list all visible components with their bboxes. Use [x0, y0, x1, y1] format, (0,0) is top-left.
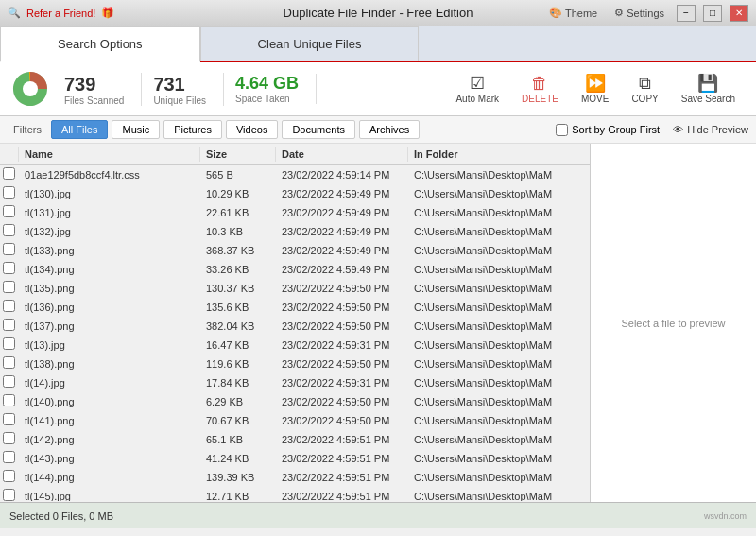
row-checkbox[interactable]: [0, 184, 19, 202]
row-checkbox[interactable]: [0, 392, 19, 410]
row-date: 23/02/2022 4:59:50 PM: [276, 413, 408, 428]
table-row[interactable]: tl(138).png 119.6 KB 23/02/2022 4:59:50 …: [0, 354, 590, 373]
table-row[interactable]: tl(141).png 70.67 KB 23/02/2022 4:59:50 …: [0, 411, 590, 430]
row-size: 33.26 KB: [200, 262, 276, 277]
filter-pictures[interactable]: Pictures: [163, 120, 222, 139]
auto-mark-button[interactable]: ☑ Auto Mark: [444, 71, 510, 108]
row-size: 65.1 KB: [200, 432, 276, 447]
row-date: 23/02/2022 4:59:49 PM: [276, 205, 408, 220]
content-area: Name Size Date In Folder 01ae129f5db8ccf…: [0, 144, 756, 502]
row-date: 23/02/2022 4:59:49 PM: [276, 186, 408, 201]
row-checkbox[interactable]: [0, 411, 19, 429]
hide-preview-button[interactable]: 👁 Hide Preview: [673, 124, 748, 135]
row-size: 368.37 KB: [200, 243, 276, 258]
row-checkbox[interactable]: [0, 222, 19, 240]
table-row[interactable]: tl(135).png 130.37 KB 23/02/2022 4:59:50…: [0, 279, 590, 298]
watermark: wsvdn.com: [704, 511, 747, 521]
files-scanned-stat: 739 Files Scanned: [60, 73, 142, 106]
row-date: 23/02/2022 4:59:50 PM: [276, 300, 408, 315]
minimize-button[interactable]: −: [677, 5, 696, 22]
table-row[interactable]: tl(14).jpg 17.84 KB 23/02/2022 4:59:31 P…: [0, 373, 590, 392]
row-checkbox[interactable]: [0, 373, 19, 391]
table-row[interactable]: tl(132).jpg 10.3 KB 23/02/2022 4:59:49 P…: [0, 222, 590, 241]
delete-icon: 🗑: [531, 75, 548, 92]
row-name: tl(145).jpg: [19, 489, 200, 502]
table-row[interactable]: tl(13).jpg 16.47 KB 23/02/2022 4:59:31 P…: [0, 336, 590, 354]
row-checkbox[interactable]: [0, 279, 19, 297]
save-search-button[interactable]: 💾 Save Search: [670, 71, 747, 108]
row-folder: C:\Users\Mansi\Desktop\MaM: [408, 186, 590, 201]
row-checkbox[interactable]: [0, 430, 19, 448]
table-row[interactable]: tl(130).jpg 10.29 KB 23/02/2022 4:59:49 …: [0, 184, 590, 203]
filter-music[interactable]: Music: [112, 120, 160, 139]
copy-icon: ⧉: [639, 75, 651, 92]
row-checkbox[interactable]: [0, 203, 19, 221]
preview-placeholder: Select a file to preview: [621, 318, 725, 329]
row-size: 12.71 KB: [200, 489, 276, 502]
filter-archives[interactable]: Archives: [359, 120, 420, 139]
row-name: tl(140).png: [19, 394, 200, 409]
row-checkbox[interactable]: [0, 317, 19, 335]
row-name: tl(13).jpg: [19, 337, 200, 353]
row-date: 23/02/2022 4:59:50 PM: [276, 281, 408, 296]
settings-icon: ⚙: [614, 7, 624, 19]
auto-mark-icon: ☑: [470, 75, 485, 92]
row-name: 01ae129f5db8ccf4.ltr.css: [19, 167, 200, 182]
table-row[interactable]: tl(133).png 368.37 KB 23/02/2022 4:59:49…: [0, 241, 590, 260]
row-folder: C:\Users\Mansi\Desktop\MaM: [408, 394, 590, 409]
settings-button[interactable]: ⚙ Settings: [610, 5, 669, 21]
row-name: tl(143).png: [19, 451, 200, 466]
row-checkbox[interactable]: [0, 354, 19, 372]
table-row[interactable]: 01ae129f5db8ccf4.ltr.css 565 B 23/02/202…: [0, 165, 590, 184]
refer-friend-label[interactable]: Refer a Friend!: [26, 8, 95, 19]
copy-button[interactable]: ⧉ COPY: [620, 71, 669, 108]
row-folder: C:\Users\Mansi\Desktop\MaM: [408, 319, 590, 334]
table-row[interactable]: tl(143).png 41.24 KB 23/02/2022 4:59:51 …: [0, 449, 590, 468]
row-checkbox[interactable]: [0, 468, 19, 486]
row-folder: C:\Users\Mansi\Desktop\MaM: [408, 375, 590, 390]
row-name: tl(138).png: [19, 356, 200, 372]
row-folder: C:\Users\Mansi\Desktop\MaM: [408, 451, 590, 466]
svg-point-1: [23, 81, 38, 96]
row-folder: C:\Users\Mansi\Desktop\MaM: [408, 470, 590, 485]
row-checkbox[interactable]: [0, 449, 19, 467]
app-title: Duplicate File Finder - Free Edition: [284, 6, 473, 20]
theme-button[interactable]: 🎨 Theme: [544, 5, 602, 21]
row-date: 23/02/2022 4:59:31 PM: [276, 375, 408, 390]
row-date: 23/02/2022 4:59:31 PM: [276, 337, 408, 353]
row-checkbox[interactable]: [0, 487, 19, 501]
table-row[interactable]: tl(140).png 6.29 KB 23/02/2022 4:59:50 P…: [0, 392, 590, 411]
filter-all-files[interactable]: All Files: [51, 120, 109, 139]
row-checkbox[interactable]: [0, 260, 19, 278]
table-row[interactable]: tl(145).jpg 12.71 KB 23/02/2022 4:59:51 …: [0, 487, 590, 501]
table-row[interactable]: tl(134).png 33.26 KB 23/02/2022 4:59:49 …: [0, 260, 590, 279]
row-checkbox[interactable]: [0, 298, 19, 316]
move-icon: ⏩: [585, 75, 606, 92]
row-checkbox[interactable]: [0, 336, 19, 354]
table-row[interactable]: tl(131).jpg 22.61 KB 23/02/2022 4:59:49 …: [0, 203, 590, 222]
row-size: 70.67 KB: [200, 413, 276, 428]
filter-documents[interactable]: Documents: [282, 120, 355, 139]
table-row[interactable]: tl(144).png 139.39 KB 23/02/2022 4:59:51…: [0, 468, 590, 487]
row-folder: C:\Users\Mansi\Desktop\MaM: [408, 167, 590, 182]
table-row[interactable]: tl(137).png 382.04 KB 23/02/2022 4:59:50…: [0, 317, 590, 336]
unique-files-stat: 731 Unique Files: [149, 73, 224, 106]
sort-by-group: Sort by Group First: [556, 124, 660, 136]
table-header: Name Size Date In Folder: [0, 144, 590, 165]
filter-videos[interactable]: Videos: [226, 120, 278, 139]
close-button[interactable]: ✕: [730, 5, 748, 22]
delete-button[interactable]: 🗑 DELETE: [510, 71, 570, 108]
sort-by-group-checkbox[interactable]: [556, 124, 568, 136]
row-checkbox[interactable]: [0, 241, 19, 259]
save-icon: 💾: [697, 75, 718, 92]
tab-clean-unique-files[interactable]: Clean Unique Files: [200, 26, 420, 61]
col-check: [0, 147, 19, 162]
table-row[interactable]: tl(142).png 65.1 KB 23/02/2022 4:59:51 P…: [0, 430, 590, 449]
move-button[interactable]: ⏩ MOVE: [570, 71, 620, 108]
row-checkbox[interactable]: [0, 165, 19, 183]
tab-search-options[interactable]: Search Options: [0, 26, 200, 62]
row-folder: C:\Users\Mansi\Desktop\MaM: [408, 224, 590, 239]
maximize-button[interactable]: □: [703, 5, 722, 22]
row-folder: C:\Users\Mansi\Desktop\MaM: [408, 262, 590, 277]
table-row[interactable]: tl(136).png 135.6 KB 23/02/2022 4:59:50 …: [0, 298, 590, 317]
